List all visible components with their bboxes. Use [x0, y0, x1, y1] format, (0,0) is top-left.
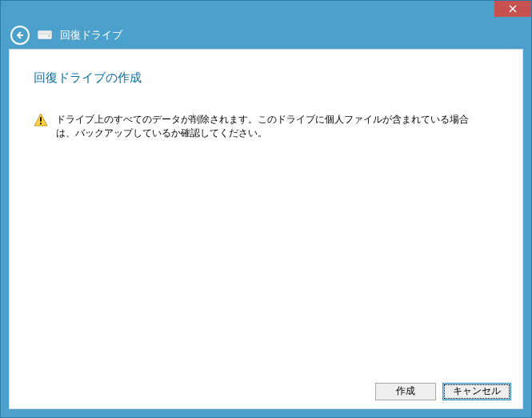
cancel-button[interactable]: キャンセル [442, 383, 511, 400]
close-icon [509, 5, 517, 13]
create-button[interactable]: 作成 [375, 383, 436, 400]
wizard-header: 回復ドライブ [1, 22, 531, 49]
page-title: 回復ドライブの作成 [34, 70, 498, 86]
header-title: 回復ドライブ [60, 28, 122, 42]
warning-icon [34, 113, 48, 131]
close-button[interactable] [494, 1, 531, 17]
warning-text: ドライブ上のすべてのデータが削除されます。このドライブに個人ファイルが含まれてい… [56, 113, 480, 141]
svg-rect-7 [40, 117, 42, 122]
svg-rect-4 [38, 31, 52, 34]
svg-point-5 [49, 35, 50, 37]
warning-row: ドライブ上のすべてのデータが削除されます。このドライブに個人ファイルが含まれてい… [34, 113, 498, 141]
content-frame: 回復ドライブの作成 ドライブ上のすべてのデータが削除されます。このドライブに個人… [9, 49, 523, 409]
svg-point-8 [40, 123, 42, 124]
drive-icon [38, 30, 52, 40]
button-bar: 作成 キャンセル [10, 373, 522, 408]
wizard-window: 回復ドライブ 回復ドライブの作成 ドライブ上のすべてのデータが削除されます。この… [0, 0, 532, 418]
back-arrow-icon [15, 30, 25, 40]
titlebar [1, 1, 531, 22]
content-body: 回復ドライブの作成 ドライブ上のすべてのデータが削除されます。このドライブに個人… [10, 50, 522, 373]
back-button[interactable] [10, 26, 30, 45]
